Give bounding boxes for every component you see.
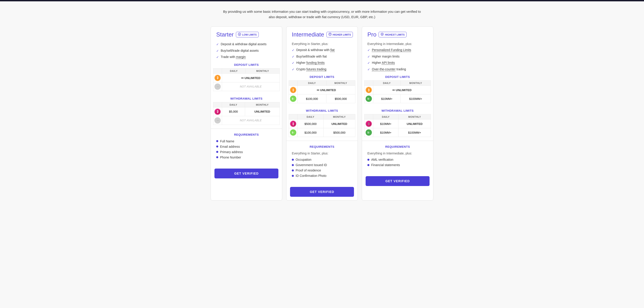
feature-link[interactable]: funding limits — [306, 61, 325, 65]
requirement-text: ID Confirmation Photo — [296, 174, 326, 177]
card-intermediate: IntermediateHIGHER LIMITSEverything in S… — [286, 27, 358, 201]
feature-text: Deposit & withdraw digital assets — [221, 42, 266, 47]
monthly-limit: $100MM+ — [400, 95, 431, 103]
limit-badge: HIGHEST LIMITS — [378, 32, 406, 37]
requirements-section: REQUIREMENTSEverything in Intermediate, … — [362, 141, 433, 173]
check-icon: ✓ — [292, 48, 294, 53]
table-row: ₿∞ UNLIMITED — [213, 73, 280, 82]
table-row: ₿$10MM+UNLIMITED — [364, 120, 431, 128]
table-row: $↑$10MM+$100MM+ — [364, 128, 431, 137]
requirement-text: AML verification — [371, 158, 393, 161]
table-row: ₿$500,000UNLIMITED — [289, 120, 355, 128]
req-dot-icon — [368, 159, 370, 161]
fiat-icon: → — [214, 84, 221, 90]
daily-limit: $500,000 — [298, 120, 324, 128]
limit-badge: HIGHER LIMITS — [326, 32, 353, 37]
feature-item: ✓Deposit & withdraw digital assets — [216, 42, 276, 47]
card-title: Intermediate — [292, 31, 324, 38]
not-available-label: NOT AVAILABLE — [240, 85, 262, 88]
req-dot-icon — [292, 164, 294, 166]
table-row: $↑$100,000$500,000 — [289, 128, 355, 137]
requirement-text: Full Name — [220, 139, 234, 143]
check-icon: ✓ — [368, 55, 370, 59]
requirements-title: REQUIREMENTS — [368, 145, 428, 148]
feature-link[interactable]: margin — [236, 55, 246, 59]
table-row: →NOT AVAILABLE — [213, 82, 280, 91]
check-icon: ✓ — [292, 55, 294, 59]
features-prefix: Everything in Starter, plus: — [292, 42, 352, 46]
daily-limit: $10MM+ — [373, 95, 401, 103]
feature-text: Buy/sell/trade digital assets — [221, 49, 259, 53]
req-dot-icon — [216, 156, 218, 158]
requirement-item: Primary address — [216, 150, 276, 154]
check-icon: ✓ — [216, 55, 219, 60]
requirement-item: AML verification — [368, 158, 428, 161]
req-dot-icon — [216, 146, 218, 148]
feature-text: Buy/sell/trade with fiat — [296, 54, 327, 59]
table-row: →NOT AVAILABLE — [213, 116, 280, 125]
top-bar — [0, 0, 644, 1]
requirement-item: Financial statements — [368, 163, 428, 167]
crypto-icon: ₿ — [214, 75, 221, 81]
not-available-label: NOT AVAILABLE — [240, 119, 262, 122]
requirement-item: ID Confirmation Photo — [292, 174, 352, 177]
badge-text: LOW LIMITS — [242, 33, 257, 36]
get-verified-button[interactable]: GET VERIFIED — [366, 176, 430, 186]
requirements-title: REQUIREMENTS — [292, 145, 352, 148]
crypto-icon: ₿ — [366, 87, 372, 93]
requirement-text: Phone Number — [220, 156, 241, 159]
req-dot-icon — [292, 169, 294, 171]
features-prefix: Everything in Intermediate, plus: — [368, 42, 428, 46]
feature-item: ✓Deposit & withdraw with fiat — [292, 48, 352, 53]
badge-text: HIGHER LIMITS — [333, 33, 351, 36]
get-verified-button[interactable]: GET VERIFIED — [214, 169, 278, 178]
fiat-icon: $↑ — [366, 129, 372, 136]
fiat-icon: $↑ — [290, 96, 296, 102]
feature-item: ✓Higher funding limits — [292, 61, 352, 65]
feature-link[interactable]: futures trading — [306, 67, 326, 71]
feature-item: ✓Higher margin limits — [368, 54, 428, 59]
check-icon: ✓ — [292, 67, 294, 72]
requirements-subtitle: Everything in Starter, plus: — [292, 152, 352, 155]
requirement-item: Email address — [216, 145, 276, 148]
requirement-item: Phone Number — [216, 156, 276, 159]
badge-icon — [238, 33, 241, 37]
requirement-item: Occupation — [292, 158, 352, 161]
table-row: ₿$5,000UNLIMITED — [213, 107, 280, 116]
crypto-icon: ₿ — [214, 109, 221, 115]
check-icon: ✓ — [292, 61, 294, 65]
table-row: ₿∞ UNLIMITED — [289, 86, 355, 95]
get-verified-button[interactable]: GET VERIFIED — [290, 187, 354, 197]
feature-link[interactable]: Over-the-counter — [372, 67, 396, 71]
feature-link[interactable]: API limits — [382, 61, 395, 65]
req-dot-icon — [368, 164, 370, 166]
feature-link[interactable]: fiat — [330, 48, 335, 52]
table-row: $↑$100,000$500,000 — [289, 95, 355, 103]
limits-section-title: WITHDRAWAL LIMITS — [289, 109, 355, 112]
monthly-limit: $500,000 — [326, 95, 355, 103]
feature-item: ✓Buy/sell/trade with fiat — [292, 54, 352, 59]
card-pro: ProHIGHEST LIMITSEverything in Intermedi… — [362, 27, 433, 201]
feature-item: ✓Over-the-counter trading — [368, 67, 428, 72]
check-icon: ✓ — [216, 42, 219, 47]
limits-section-title: DEPOSIT LIMITS — [289, 75, 355, 79]
req-dot-icon — [216, 140, 218, 142]
requirement-text: Government Issued ID — [296, 163, 327, 167]
crypto-icon: ₿ — [366, 121, 372, 127]
limit-badge: LOW LIMITS — [236, 32, 259, 37]
table-row: $↑$10MM+$100MM+ — [364, 95, 431, 103]
monthly-limit: UNLIMITED — [398, 120, 431, 128]
daily-limit: $100,000 — [298, 128, 324, 137]
feature-item: ✓Trade with margin — [216, 55, 276, 60]
limits-section-title: WITHDRAWAL LIMITS — [364, 109, 431, 112]
fiat-icon: → — [214, 117, 221, 124]
requirement-item: Government Issued ID — [292, 163, 352, 167]
check-icon: ✓ — [368, 48, 370, 53]
unlimited-label: ∞ UNLIMITED — [317, 88, 336, 92]
feature-link[interactable]: Personalized Funding Limits — [372, 48, 411, 52]
feature-item: ✓Personalized Funding Limits — [368, 48, 428, 53]
card-title: Pro — [368, 31, 376, 38]
requirement-text: Email address — [220, 145, 240, 148]
requirement-text: Primary address — [220, 150, 243, 154]
fiat-icon: $↑ — [290, 129, 296, 136]
